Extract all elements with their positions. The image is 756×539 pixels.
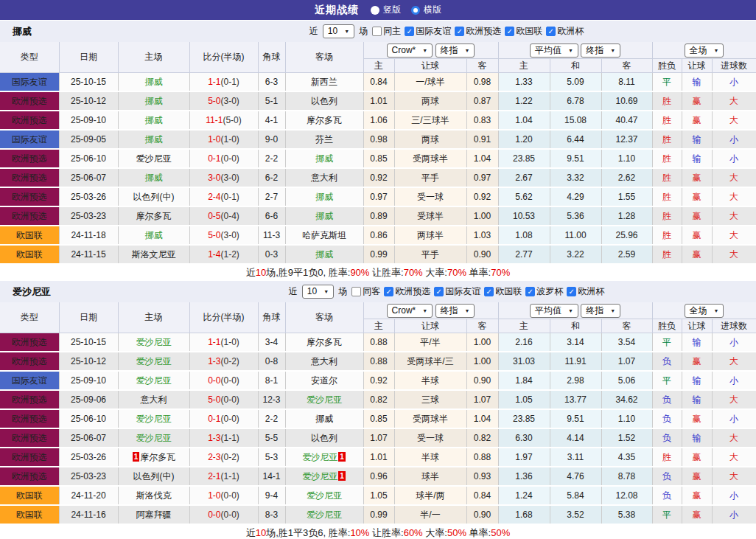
half-time-score: (0-0) [221, 394, 239, 405]
final-index-select[interactable]: 终指▼ [435, 304, 475, 318]
summary-text: 10 [256, 267, 266, 278]
section-team-name: 爱沙尼亚 [0, 285, 136, 299]
match-row: 欧洲预选25-10-15爱沙尼亚1-1(1-0)3-4摩尔多瓦0.88平/半1.… [0, 333, 756, 352]
league-checkbox-label: 欧洲杯 [578, 285, 604, 298]
result-outcome: 胜 [652, 111, 682, 130]
full-time-score: 0-1 [208, 414, 220, 424]
half-time-score: (0-4) [221, 211, 239, 221]
away-team-cell: 挪威 [285, 187, 363, 206]
away-odds: 0.90 [466, 245, 498, 264]
chevron-down-icon: ▼ [610, 305, 615, 316]
league-checkbox-label: 欧国联 [495, 285, 522, 298]
crow-select[interactable]: Crow*▼ [387, 44, 433, 58]
recent-count-select[interactable]: 10▼ [323, 24, 354, 38]
corner-cell: 2-7 [258, 187, 285, 206]
league-checkbox[interactable]: ✓欧国联 [505, 25, 542, 38]
layout-radio-vertical[interactable]: 竖版 [371, 4, 401, 16]
crow-select[interactable]: Crow*▼ [387, 304, 433, 318]
league-checkbox[interactable]: ✓欧洲杯 [567, 285, 604, 298]
away-team-cell: 以色列 [285, 428, 363, 448]
layout-radio-horizontal[interactable]: 横版 [411, 4, 441, 16]
result-handicap: 赢 [682, 486, 712, 505]
same-venue-checkbox[interactable]: 同主 [372, 25, 401, 38]
match-date: 24-11-15 [59, 245, 118, 264]
home-team-cell: 挪威 [118, 91, 189, 111]
final-index-select-value: 终指 [586, 305, 603, 316]
league-checkbox[interactable]: ✓欧洲预选 [455, 25, 501, 38]
recent-count-select-value: 10 [328, 26, 337, 37]
match-type-badge: 国际友谊 [0, 371, 59, 390]
league-checkbox[interactable]: ✓欧洲预选 [384, 285, 430, 298]
results-table-wrap: 类型日期主场比分(半场)角球客场Crow*▼ 终指▼平均值▼ 终指▼全场▼主让球… [0, 302, 756, 525]
summary-text: 10% [350, 527, 369, 538]
games-label: 场 [358, 25, 368, 38]
corner-cell: 9-0 [258, 130, 285, 149]
result-outcome: 胜 [652, 91, 682, 111]
full-scope-select[interactable]: 全场▼ [685, 44, 724, 58]
radio-icon [411, 6, 420, 15]
same-venue-checkbox[interactable]: 同客 [351, 285, 380, 298]
summary-text: 大率: [423, 527, 447, 538]
avg-away: 2.59 [601, 245, 652, 264]
home-odds: 1.05 [363, 486, 394, 505]
average-select[interactable]: 平均值▼ [530, 304, 578, 318]
handicap-line: 球半/两 [394, 486, 466, 505]
away-team-cell: 爱沙尼亚 [285, 390, 363, 409]
full-scope-select[interactable]: 全场▼ [685, 304, 724, 318]
match-type-badge: 欧洲预选 [0, 187, 59, 206]
summary-text: 单率: [466, 527, 491, 538]
avg-home: 1.84 [498, 371, 550, 390]
page-title: 近期战绩 [315, 4, 359, 17]
avg-away: 12.37 [601, 130, 652, 149]
avg-away: 1.55 [601, 187, 652, 206]
corner-cell: 2-2 [258, 409, 285, 428]
league-checkbox[interactable]: ✓欧洲杯 [546, 25, 584, 38]
half-time-score: (0-0) [221, 490, 239, 501]
recent-count-select[interactable]: 10▼ [302, 285, 334, 299]
summary-text: 让胜率: [369, 527, 403, 538]
final-index-select[interactable]: 终指▼ [581, 44, 620, 58]
league-checkbox[interactable]: ✓欧国联 [484, 285, 522, 298]
home-team-cell: 挪威 [118, 111, 189, 130]
league-checkbox-label: 国际友谊 [416, 25, 451, 38]
league-checkbox[interactable]: ✓国际友谊 [405, 25, 451, 38]
summary-text: 近 [246, 267, 256, 278]
team-name: 挪威 [145, 173, 163, 183]
corner-cell: 5-5 [258, 428, 285, 448]
home-odds: 0.88 [363, 352, 394, 371]
match-type-badge: 欧洲预选 [0, 428, 59, 448]
section-norway: 挪威 近10▼场同主✓国际友谊✓欧洲预选✓欧国联✓欧洲杯 类型日期主场比分(半场… [0, 21, 756, 281]
league-checkbox[interactable]: ✓国际友谊 [434, 285, 480, 298]
match-row: 欧洲预选25-06-10爱沙尼亚0-1(0-0)2-2挪威0.85受两球半1.0… [0, 409, 756, 428]
match-row: 国际友谊25-09-05挪威1-0(1-0)9-0芬兰0.98两球0.911.2… [0, 130, 756, 149]
match-row: 欧洲预选25-03-261摩尔多瓦2-3(0-2)5-3爱沙尼亚11.01半球0… [0, 448, 756, 467]
away-team-cell: 爱沙尼亚1 [285, 467, 363, 486]
home-team-cell: 爱沙尼亚 [118, 409, 189, 428]
final-index-select[interactable]: 终指▼ [435, 44, 475, 58]
league-checkbox[interactable]: ✓波罗杯 [525, 285, 563, 298]
match-row: 欧洲预选25-03-23以色列(中)2-1(1-1)14-1爱沙尼亚10.96球… [0, 467, 756, 486]
result-goals: 大 [712, 467, 756, 486]
final-index-select[interactable]: 终指▼ [581, 304, 620, 318]
away-team-cell: 挪威 [285, 409, 363, 428]
avg-home: 10.53 [498, 206, 550, 226]
home-odds: 0.97 [363, 187, 394, 206]
avg-home: 1.24 [498, 486, 550, 505]
league-checkbox-label: 波罗杯 [536, 285, 563, 298]
home-odds: 0.98 [363, 130, 394, 149]
avg-home: 6.30 [498, 428, 550, 448]
section-header-bar: 爱沙尼亚 近10▼场同客✓欧洲预选✓国际友谊✓欧国联✓波罗杯✓欧洲杯 [0, 281, 756, 302]
chevron-down-icon: ▼ [610, 45, 615, 56]
half-time-score: (1-0) [221, 337, 239, 347]
away-team-cell: 挪威 [285, 206, 363, 226]
avg-draw: 6.44 [550, 130, 601, 149]
avg-draw: 9.51 [550, 409, 601, 428]
summary-text: 70% [491, 267, 510, 278]
column-header: 客 [601, 59, 652, 73]
summary-text: 近 [246, 527, 256, 538]
team-name: 意大利 [141, 394, 167, 405]
half-time-score: (0-0) [221, 153, 239, 164]
average-select[interactable]: 平均值▼ [530, 44, 578, 58]
checkbox-icon [351, 287, 361, 296]
match-type-badge: 欧洲预选 [0, 409, 59, 428]
